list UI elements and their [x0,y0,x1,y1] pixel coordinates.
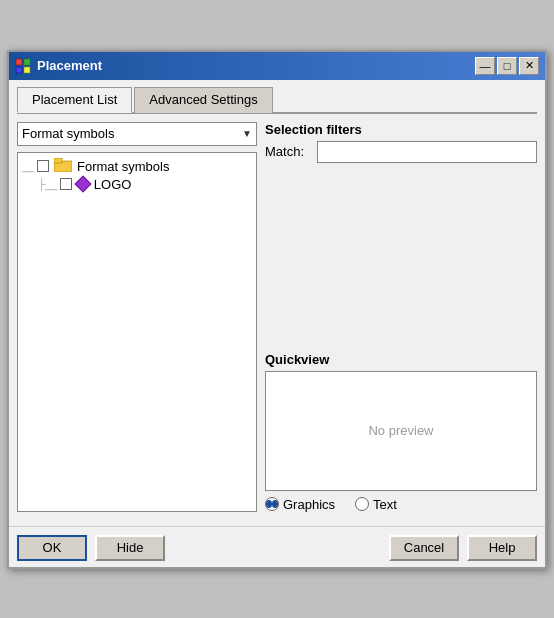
left-buttons: OK Hide [17,535,165,561]
selection-filters-section: Selection filters Match: [265,122,537,163]
chevron-down-icon: ▼ [242,128,252,139]
match-filter-row: Match: [265,141,537,163]
tree-root-label: Format symbols [77,159,169,174]
title-bar: Placement — □ ✕ [9,52,545,80]
match-input[interactable] [317,141,537,163]
selection-filters-title: Selection filters [265,122,537,137]
window-controls: — □ ✕ [475,57,539,75]
diamond-icon [74,176,91,193]
quickview-title: Quickview [265,352,537,367]
svg-rect-1 [24,59,30,65]
hide-button[interactable]: Hide [95,535,165,561]
close-button[interactable]: ✕ [519,57,539,75]
format-dropdown[interactable]: Format symbols ▼ [17,122,257,146]
tree-root-item: ⎯⎯ Format symbols [22,157,252,176]
radio-text-circle[interactable] [355,497,369,511]
maximize-button[interactable]: □ [497,57,517,75]
tree-checkbox-root[interactable] [37,160,49,172]
quickview-section: Quickview No preview Graphics [265,352,537,512]
radio-text[interactable]: Text [355,497,397,512]
tree-expand-icon: ⎯⎯ [22,160,34,172]
tab-bar: Placement List Advanced Settings [17,86,537,114]
left-panel: Format symbols ▼ ⎯⎯ [17,122,257,512]
tree-child-item: ├⎯⎯ LOGO [38,176,252,193]
tree-checkbox-child[interactable] [60,178,72,190]
minimize-button[interactable]: — [475,57,495,75]
radio-text-label: Text [373,497,397,512]
tab-advanced-settings[interactable]: Advanced Settings [134,87,272,113]
ok-button[interactable]: OK [17,535,87,561]
tree-line-icon: ├⎯⎯ [38,178,57,190]
quickview-preview-box: No preview [265,371,537,491]
placement-window: Placement — □ ✕ Placement List Advanced … [7,50,547,569]
quickview-radio-group: Graphics Text [265,497,537,512]
svg-rect-0 [16,59,22,65]
tree-child-label: LOGO [94,177,132,192]
app-icon [15,58,31,74]
window-title: Placement [37,58,469,73]
no-preview-text: No preview [368,423,433,438]
cancel-button[interactable]: Cancel [389,535,459,561]
svg-rect-5 [54,158,62,163]
tree-view[interactable]: ⎯⎯ Format symbols ├⎯⎯ [17,152,257,512]
match-label: Match: [265,144,309,159]
radio-graphics-label: Graphics [283,497,335,512]
main-area: Format symbols ▼ ⎯⎯ [17,122,537,512]
radio-graphics[interactable]: Graphics [265,497,335,512]
help-button[interactable]: Help [467,535,537,561]
tab-placement-list[interactable]: Placement List [17,87,132,113]
svg-rect-3 [24,67,30,73]
right-buttons: Cancel Help [389,535,537,561]
bottom-bar: OK Hide Cancel Help [9,526,545,567]
dropdown-value: Format symbols [22,126,114,141]
spacer [265,171,537,344]
window-content: Placement List Advanced Settings Format … [9,80,545,520]
folder-icon [54,158,72,175]
svg-rect-2 [16,67,22,73]
radio-graphics-circle[interactable] [265,497,279,511]
right-panel: Selection filters Match: Quickview No pr… [265,122,537,512]
